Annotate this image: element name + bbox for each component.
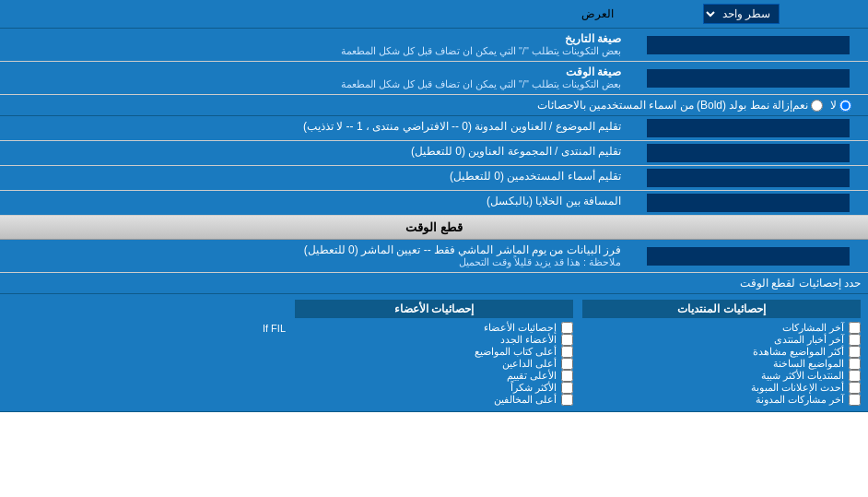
date-format-input[interactable]: d-m — [647, 36, 850, 54]
stats-grid: إحصائيات المنتديات آخر المشاركات آخر أخب… — [0, 294, 868, 411]
stats-posts-col: إحصائيات المنتديات آخر المشاركات آخر أخب… — [582, 300, 861, 406]
checkbox-members-3-label: أعلى الداعين — [502, 358, 557, 370]
checkbox-posts-0-input[interactable] — [849, 322, 861, 334]
usernames-input-col: 0 — [628, 166, 868, 190]
time-format-input-col: H:i — [628, 62, 868, 94]
bold-options: لا نعم — [792, 99, 851, 112]
display-label-text: العرض — [581, 7, 614, 20]
checkbox-members-5-label: الأكثر شكراً — [510, 382, 557, 394]
checkbox-members-6-input[interactable] — [561, 394, 573, 406]
checkbox-members-1-input[interactable] — [561, 334, 573, 346]
bold-yes-label: نعم — [792, 99, 808, 112]
forum-group-input[interactable]: 33 — [647, 144, 850, 162]
cell-spacing-input[interactable]: 2 — [647, 194, 850, 212]
stats-members-col: إحصائيات الأعضاء إحصائيات الأعضاء الأعضا… — [295, 300, 573, 406]
usernames-label: تقليم أسماء المستخدمين (0 للتعطيل) — [450, 170, 621, 183]
checkbox-members-5-input[interactable] — [561, 382, 573, 394]
cutoff-input[interactable]: 0 — [647, 247, 850, 266]
bold-no-label: لا — [830, 99, 837, 112]
checkbox-posts-0: آخر المشاركات — [582, 322, 861, 334]
cell-spacing-row: 2 المسافة بين الخلايا (بالبكسل) — [0, 191, 868, 216]
cutoff-section-header: قطع الوقت — [0, 216, 868, 240]
checkbox-posts-5-input[interactable] — [849, 382, 861, 394]
bold-label: إزالة نمط بولد (Bold) من اسماء المستخدمي… — [7, 99, 792, 112]
forum-titles-row: 33 تقليم الموضوع / العناوين المدونة (0 -… — [0, 116, 868, 141]
stats-section: حدد إحصائيات لقطع الوقت إحصائيات المنتدي… — [0, 273, 868, 412]
checkbox-members-2: أعلى كتاب المواضيع — [295, 346, 573, 358]
checkbox-posts-2: أكثر المواضيع مشاهدة — [582, 346, 861, 358]
date-format-label-col: صيغة التاريخ بعض التكوينات يتطلب "/" الت… — [0, 29, 628, 61]
checkbox-posts-2-input[interactable] — [849, 346, 861, 358]
stats-limit-label: حدد إحصائيات لقطع الوقت — [740, 277, 861, 290]
checkbox-members-3-input[interactable] — [561, 358, 573, 370]
checkbox-posts-5-label: أحدث الإعلانات المبوبة — [751, 382, 844, 394]
checkbox-members-2-input[interactable] — [561, 346, 573, 358]
checkbox-posts-0-label: آخر المشاركات — [782, 322, 844, 334]
checkbox-members-0-label: إحصائيات الأعضاء — [484, 322, 557, 334]
checkbox-members-0-input[interactable] — [561, 322, 573, 334]
cutoff-input-col: 0 — [628, 240, 868, 272]
bold-no-option[interactable]: لا — [830, 99, 851, 112]
bold-yes-option[interactable]: نعم — [792, 99, 823, 112]
checkbox-members-0: إحصائيات الأعضاء — [295, 322, 573, 334]
usernames-input[interactable]: 0 — [647, 169, 850, 187]
checkbox-posts-4-label: المنتديات الأكثر شبية — [761, 370, 844, 382]
bold-yes-radio[interactable] — [811, 100, 823, 112]
checkbox-posts-1-label: آخر أخبار المنتدى — [774, 334, 844, 346]
cutoff-note: ملاحظة : هذا قد يزيد قليلاً وقت التحميل — [7, 256, 621, 268]
cutoff-label: فرز البيانات من يوم الماشر الماشي فقط --… — [7, 243, 621, 256]
checkbox-posts-4: المنتديات الأكثر شبية — [582, 370, 861, 382]
forum-group-row: 33 تقليم المنتدى / المجموعة العناوين (0 … — [0, 141, 868, 166]
display-select[interactable]: سطر واحدسطرينثلاثة أسطر — [703, 4, 780, 24]
checkbox-members-3: أعلى الداعين — [295, 358, 573, 370]
checkbox-posts-3-input[interactable] — [849, 358, 861, 370]
checkbox-posts-1: آخر أخبار المنتدى — [582, 334, 861, 346]
date-format-input-col: d-m — [628, 29, 868, 61]
checkbox-members-1-label: الأعضاء الجدد — [500, 334, 557, 346]
forum-group-label-col: تقليم المنتدى / المجموعة العناوين (0 للت… — [0, 141, 628, 165]
stats-members-title: إحصائيات الأعضاء — [295, 300, 573, 318]
checkbox-posts-6: آخر مشاركات المدونة — [582, 394, 861, 406]
checkbox-posts-6-input[interactable] — [849, 394, 861, 406]
checkbox-members-4-label: الأعلى تقييم — [507, 370, 557, 382]
cutoff-row: 0 فرز البيانات من يوم الماشر الماشي فقط … — [0, 240, 868, 273]
forum-group-input-col: 33 — [628, 141, 868, 165]
stats-header: حدد إحصائيات لقطع الوقت — [0, 273, 868, 294]
checkbox-members-4: الأعلى تقييم — [295, 370, 573, 382]
time-format-row: H:i صيغة الوقت بعض التكوينات يتطلب "/" ا… — [0, 62, 868, 95]
date-format-note: بعض التكوينات يتطلب "/" التي يمكن ان تضا… — [7, 45, 621, 57]
checkbox-posts-4-input[interactable] — [849, 370, 861, 382]
display-label: العرض — [7, 7, 621, 20]
checkbox-members-1: الأعضاء الجدد — [295, 334, 573, 346]
cutoff-label-col: فرز البيانات من يوم الماشر الماشي فقط --… — [0, 240, 628, 272]
display-select-container: سطر واحدسطرينثلاثة أسطر — [621, 4, 861, 24]
date-format-label: صيغة التاريخ — [7, 32, 621, 45]
bold-no-radio[interactable] — [839, 100, 851, 112]
checkbox-posts-5: أحدث الإعلانات المبوبة — [582, 382, 861, 394]
bold-row: لا نعم إزالة نمط بولد (Bold) من اسماء ال… — [0, 95, 868, 116]
stats-right-note: If FIL — [7, 300, 286, 406]
checkbox-posts-1-input[interactable] — [849, 334, 861, 346]
display-row: سطر واحدسطرينثلاثة أسطر العرض — [0, 0, 868, 29]
if-fil-text: If FIL — [263, 323, 286, 334]
forum-titles-input[interactable]: 33 — [647, 119, 850, 137]
checkbox-members-4-input[interactable] — [561, 370, 573, 382]
checkbox-posts-3-label: المواضيع الساخنة — [773, 358, 844, 370]
checkbox-members-2-label: أعلى كتاب المواضيع — [475, 346, 557, 358]
main-container: سطر واحدسطرينثلاثة أسطر العرض d-m صيغة ا… — [0, 0, 868, 412]
checkbox-members-6-label: أعلى المخالفين — [494, 394, 557, 406]
time-format-label: صيغة الوقت — [7, 65, 621, 78]
forum-group-label: تقليم المنتدى / المجموعة العناوين (0 للت… — [411, 145, 621, 158]
usernames-label-col: تقليم أسماء المستخدمين (0 للتعطيل) — [0, 166, 628, 190]
checkbox-posts-2-label: أكثر المواضيع مشاهدة — [753, 346, 844, 358]
stats-posts-title: إحصائيات المنتديات — [582, 300, 861, 318]
cell-spacing-input-col: 2 — [628, 191, 868, 215]
checkbox-posts-6-label: آخر مشاركات المدونة — [756, 394, 844, 406]
date-format-row: d-m صيغة التاريخ بعض التكوينات يتطلب "/"… — [0, 29, 868, 62]
time-format-note: بعض التكوينات يتطلب "/" التي يمكن ان تضا… — [7, 78, 621, 90]
time-format-label-col: صيغة الوقت بعض التكوينات يتطلب "/" التي … — [0, 62, 628, 94]
checkbox-members-5: الأكثر شكراً — [295, 382, 573, 394]
time-format-input[interactable]: H:i — [647, 69, 850, 88]
forum-titles-label: تقليم الموضوع / العناوين المدونة (0 -- ا… — [303, 120, 621, 133]
forum-titles-input-col: 33 — [628, 116, 868, 140]
